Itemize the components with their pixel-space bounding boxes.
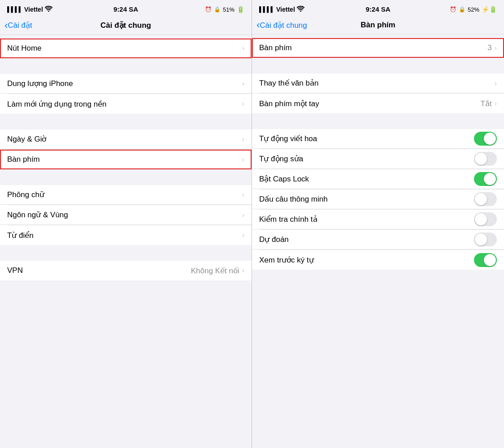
spacer-3-right [252,113,504,129]
toggle-kiem-tra[interactable] [474,212,497,226]
ngon-ngu-label: Ngôn ngữ & Vùng [7,210,68,220]
dau-cau-label: Dấu câu thông minh [259,194,328,204]
battery-pct-right: 52% [468,6,479,13]
group-3-left: Ngày & Giờ › Bàn phím › [0,129,252,169]
dung-luong-label: Dung lượng iPhone [7,79,73,88]
list-item-phong-chu[interactable]: Phông chữ › [0,185,252,205]
lam-moi-right: › [242,100,244,108]
toggle-thumb-tu-dong-sua [475,153,487,165]
toggle-thumb-kiem-tra [475,213,487,225]
spacer-2-left [0,58,252,74]
kiem-tra-label: Kiểm tra chính tả [259,215,317,224]
status-right-left: ⏰ 🔒 51% 🔋 [205,6,244,13]
phong-chu-label: Phông chữ [7,190,44,199]
right-panel: ▌▌▌▌ Viettel 9:24 SA ⏰ 🔒 52% ⚡🔋 ‹ Cài đặ… [252,0,504,448]
left-panel: ▌▌▌▌ Viettel 9:24 SA ⏰ 🔒 51% 🔋 ‹ Cài đặt… [0,0,252,448]
list-item-kiem-tra[interactable]: Kiểm tra chính tả [252,210,504,229]
back-label-right[interactable]: Cài đặt chung [260,21,307,30]
list-item-nut-home[interactable]: Nút Home › [0,39,252,58]
vpn-label: VPN [7,266,23,275]
chevron-right-icon-lam: › [242,100,244,108]
tu-dong-viet-hoa-label: Tự động viết hoa [259,134,317,143]
nav-bar-left: ‹ Cài đặt Cài đặt chung [0,18,252,34]
group-5-left: VPN Không Kết nối › [0,261,252,280]
spacer-4-left [0,169,252,185]
ban-phim-mot-tay-label: Bàn phím một tay [259,99,319,108]
signal-icon-right: ▌▌▌▌ [259,6,274,13]
ban-phim-label-right: Bàn phím [259,43,292,52]
nav-bar-right: ‹ Cài đặt chung Bàn phím [252,18,504,34]
back-button-right[interactable]: ‹ Cài đặt chung [256,19,307,31]
list-item-du-doan[interactable]: Dự đoán [252,230,504,250]
list-item-xem-truoc[interactable]: Xem trước ký tự [252,250,504,270]
toggle-dau-cau[interactable] [474,192,497,206]
status-bar-right: ▌▌▌▌ Viettel 9:24 SA ⏰ 🔒 52% ⚡🔋 [252,0,504,18]
list-item-vpn[interactable]: VPN Không Kết nối › [0,261,252,280]
group-home: Nút Home › [0,39,252,58]
chevron-right-icon-dung: › [242,80,244,88]
list-item-tu-dong-sua[interactable]: Tự động sửa [252,149,504,169]
ban-phim-value: 3 [487,43,491,52]
time-right: 9:24 SA [365,5,390,13]
list-item-tu-dien[interactable]: Từ điển › [0,225,252,245]
toggle-thumb-bat-caps-lock [484,173,496,185]
chevron-right-icon-vpn: › [242,267,244,275]
ngay-gio-right: › [242,135,244,143]
nut-home-right: › [242,44,244,52]
list-item-lam-moi[interactable]: Làm mới ứng dụng trong nền › [0,94,252,114]
page-title-left: Cài đặt chung [100,21,151,30]
du-doan-label: Dự đoán [259,235,289,244]
nut-home-label: Nút Home [7,44,42,53]
toggle-thumb-xem-truoc [484,254,496,266]
toggle-du-doan[interactable] [474,233,497,246]
toggle-thumb-tu-dong-viet-hoa [484,133,496,145]
list-item-ngon-ngu[interactable]: Ngôn ngữ & Vùng › [0,205,252,225]
toggle-bat-caps-lock[interactable] [474,172,497,186]
lam-moi-label: Làm mới ứng dụng trong nền [7,99,107,109]
tu-dien-right: › [242,231,244,239]
toggle-thumb-dau-cau [475,193,487,205]
list-item-ban-phim-mot-tay[interactable]: Bàn phím một tay Tắt › [252,94,504,113]
toggle-tu-dong-viet-hoa[interactable] [474,132,497,146]
toggle-xem-truoc[interactable] [474,253,497,267]
thay-the-label: Thay thế văn bản [259,78,318,88]
list-item-thay-the[interactable]: Thay thế văn bản › [252,73,504,93]
carrier-signal-right: ▌▌▌▌ Viettel [259,6,304,13]
bat-caps-lock-label: Bật Caps Lock [259,174,309,184]
chevron-right-icon-ban: › [242,155,244,164]
ban-phim-right-right: 3 › [487,43,497,52]
chevron-right-icon-banphim: › [495,44,497,52]
chevron-right-icon-home: › [242,44,244,52]
list-item-ban-phim-right[interactable]: Bàn phím 3 › [252,38,504,58]
chevron-left-icon-right: ‹ [256,19,260,31]
battery-pct-left: 51% [223,6,235,13]
list-item-ban-phim-left[interactable]: Bàn phím › [0,150,252,169]
list-item-dau-cau[interactable]: Dấu câu thông minh [252,190,504,209]
ban-phim-mot-tay-right: Tắt › [481,99,497,108]
page-title-right: Bàn phím [361,21,395,30]
back-label-left[interactable]: Cài đặt [8,21,32,30]
list-item-dung-luong[interactable]: Dung lượng iPhone › [0,74,252,94]
spacer-1-left [0,35,252,39]
group-1-right: Bàn phím 3 › [252,38,504,58]
list-item-tu-dong-viet-hoa[interactable]: Tự động viết hoa [252,129,504,149]
ngay-gio-label: Ngày & Giờ [7,134,46,144]
tu-dien-label: Từ điển [7,231,34,240]
phong-chu-right: › [242,191,244,199]
toggle-tu-dong-sua[interactable] [474,152,497,166]
chevron-right-icon-mot-tay: › [495,99,497,108]
list-item-ngay-gio[interactable]: Ngày & Giờ › [0,129,252,149]
signal-icon-left: ▌▌▌▌ [7,6,22,13]
toggle-thumb-du-doan [475,233,487,246]
back-button-left[interactable]: ‹ Cài đặt [4,20,32,31]
list-item-bat-caps-lock[interactable]: Bật Caps Lock [252,169,504,189]
ban-phim-label-left: Bàn phím [7,155,40,164]
dung-luong-right: › [242,80,244,88]
battery-icon-right: ⚡🔋 [482,6,497,13]
ngon-ngu-right: › [242,211,244,219]
carrier-right: Viettel [276,6,295,13]
chevron-right-icon-ngon: › [242,211,244,219]
wifi-icon-left [45,6,52,13]
vpn-right: Không Kết nối › [191,266,244,276]
time-left: 9:24 SA [113,5,138,13]
